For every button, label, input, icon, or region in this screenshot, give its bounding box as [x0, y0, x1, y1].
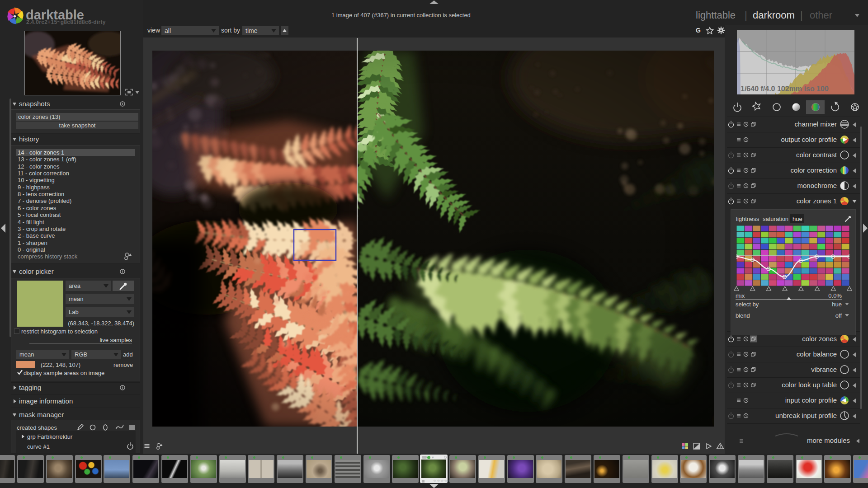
svg-text:1/640 f/4.0 102mm iso 100: 1/640 f/4.0 102mm iso 100 [741, 85, 829, 93]
